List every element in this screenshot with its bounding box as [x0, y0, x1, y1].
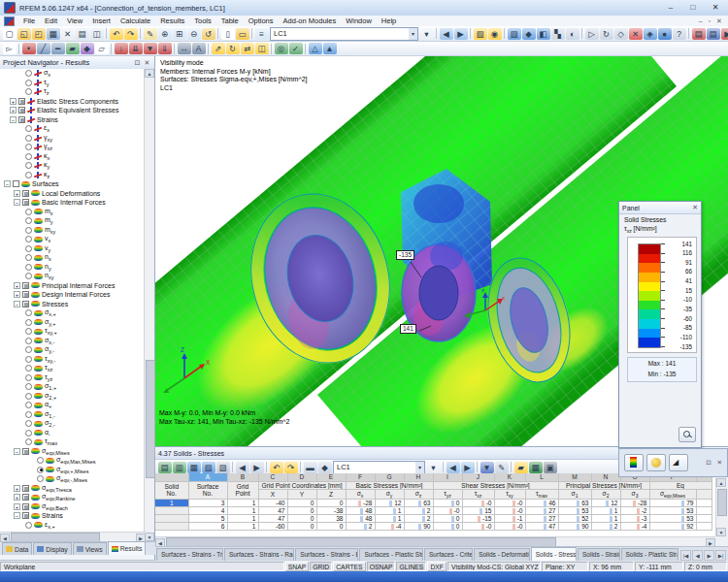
- show-panel-icon[interactable]: ◧: [537, 28, 550, 40]
- table-tab-surfaces-criteria[interactable]: Surfaces - Criteria: [424, 548, 473, 561]
- check-model-icon[interactable]: ✓: [289, 43, 303, 54]
- menu-results[interactable]: Results: [155, 16, 189, 25]
- navigator-tab-results[interactable]: Results: [108, 541, 147, 555]
- tree-item-strains[interactable]: −Strains: [0, 511, 146, 521]
- cell[interactable]: 52: [558, 514, 591, 522]
- previous-load-case-icon[interactable]: ◀: [440, 28, 453, 40]
- checkbox[interactable]: [13, 180, 19, 187]
- minimize-button[interactable]: –: [661, 2, 680, 14]
- new-file-icon[interactable]: ▢: [3, 28, 17, 40]
- table-row[interactable]: 41470-384812-015-027531-253: [155, 506, 711, 514]
- quick-print-icon[interactable]: ▶: [721, 28, 728, 40]
- table-excel-icon[interactable]: ▦: [529, 462, 543, 473]
- checkbox[interactable]: [22, 503, 29, 510]
- cell[interactable]: 0: [433, 514, 462, 522]
- radio-button[interactable]: [25, 254, 32, 261]
- tree-item-n-x[interactable]: nx: [0, 253, 146, 263]
- open-folder-icon[interactable]: ◱: [17, 28, 31, 40]
- radio-button[interactable]: [25, 70, 32, 77]
- full-model-icon[interactable]: ●: [658, 28, 672, 40]
- radio-button[interactable]: [25, 245, 32, 252]
- table-tab-solids-strains[interactable]: Solids - Strains: [578, 548, 619, 561]
- tree-item-eqv-tresca[interactable]: +σeqv,Tresca: [0, 484, 146, 494]
- tree-item-xz[interactable]: τxz: [0, 364, 146, 373]
- tree-item-z[interactable]: τz: [0, 87, 146, 97]
- menu-tools[interactable]: Tools: [189, 16, 216, 25]
- radio-button[interactable]: [25, 356, 32, 363]
- table-views-icon[interactable]: ▦: [187, 462, 201, 473]
- tree-item-principal-internal-forces[interactable]: +Principal Internal Forces: [0, 281, 146, 291]
- table-load-case-combobox[interactable]: LC1 ▾: [333, 461, 425, 474]
- tree-item-x[interactable]: εx,+: [0, 521, 146, 531]
- table-tab-nav-button[interactable]: ▶: [704, 550, 714, 561]
- navigator-tab-display[interactable]: Display: [33, 542, 71, 555]
- visibility-mode-icon[interactable]: ◉: [488, 28, 502, 40]
- tree-item-x[interactable]: εx: [0, 124, 146, 134]
- toggle-tables-icon[interactable]: ▭: [236, 28, 249, 40]
- tree-item-max[interactable]: τmax: [0, 437, 146, 447]
- menu-options[interactable]: Options: [244, 16, 279, 25]
- cell[interactable]: 48: [346, 514, 375, 522]
- zoom-out-icon[interactable]: ⊖: [187, 28, 201, 40]
- cell[interactable]: 53: [649, 506, 696, 514]
- tree-item-y[interactable]: κy: [0, 161, 146, 171]
- expander-icon[interactable]: +: [14, 190, 20, 197]
- cell[interactable]: -60: [258, 522, 287, 530]
- cell[interactable]: 0: [287, 522, 316, 530]
- cell[interactable]: 0: [316, 499, 346, 506]
- tree-item-elastic-stress-components[interactable]: +Elastic Stress Components: [0, 97, 146, 107]
- column-letter-G[interactable]: G: [375, 473, 404, 481]
- chevron-down-icon[interactable]: ▾: [415, 462, 424, 473]
- radio-button[interactable]: [25, 227, 32, 234]
- table-edit-mode-icon[interactable]: ✎: [495, 462, 509, 473]
- checkbox[interactable]: [22, 291, 29, 298]
- cell[interactable]: 12: [591, 499, 620, 506]
- expander-icon[interactable]: −: [14, 512, 20, 519]
- table-tab-surfaces-strains-rankine[interactable]: Surfaces - Strains - Rankine: [224, 548, 294, 561]
- cell[interactable]: 79: [649, 499, 696, 506]
- expander-icon[interactable]: −: [10, 116, 17, 123]
- tree-item-m-xy[interactable]: mxy: [0, 226, 146, 236]
- tree-item-m-x[interactable]: mx: [0, 208, 146, 217]
- table-display-icon[interactable]: ▬: [304, 462, 317, 473]
- table-find-icon[interactable]: ▼: [480, 462, 494, 473]
- cell[interactable]: 1: [227, 499, 258, 506]
- checkbox[interactable]: [18, 116, 25, 123]
- table-ole-icon[interactable]: ▣: [544, 462, 557, 473]
- select-mode-icon[interactable]: ▷: [585, 28, 599, 40]
- tree-item-strains[interactable]: −Strains: [0, 115, 146, 125]
- tree-item-2[interactable]: σ2,-: [0, 419, 146, 429]
- radio-button[interactable]: [25, 411, 32, 418]
- cell[interactable]: -4: [375, 522, 404, 530]
- show-results-icon[interactable]: ▨: [508, 28, 521, 40]
- menu-calculate[interactable]: Calculate: [116, 16, 155, 25]
- combo-drop-icon[interactable]: ▾: [420, 28, 434, 40]
- tree-item-v-x[interactable]: vx: [0, 235, 146, 244]
- expander-icon[interactable]: +: [14, 282, 20, 289]
- cell[interactable]: -2: [620, 506, 649, 514]
- tree-item-local-deformations[interactable]: +Local Deformations: [0, 189, 146, 199]
- render-wireframe-icon[interactable]: ▚: [551, 28, 565, 40]
- cell[interactable]: 1: [591, 506, 620, 514]
- radio-button[interactable]: [25, 125, 32, 132]
- table-filter-rows-icon[interactable]: ▨: [216, 462, 230, 473]
- radio-button[interactable]: [25, 438, 32, 445]
- column-letter-D[interactable]: D: [287, 473, 316, 481]
- table-vertical-scrollbar[interactable]: ▲ ▼: [715, 478, 727, 536]
- save-icon[interactable]: ▦: [47, 28, 60, 40]
- move-copy-icon[interactable]: ⇗: [212, 43, 225, 54]
- next-load-case-icon[interactable]: ▶: [454, 28, 468, 40]
- redo-icon[interactable]: ↷: [124, 28, 138, 40]
- column-letter-L[interactable]: L: [525, 473, 558, 481]
- expander-icon[interactable]: +: [14, 494, 20, 501]
- cell[interactable]: 15: [462, 506, 494, 514]
- tree-item-basic-internal-forces[interactable]: −Basic Internal Forces: [0, 198, 146, 208]
- tree-item-x[interactable]: κx: [0, 152, 146, 162]
- radio-button[interactable]: [37, 467, 44, 473]
- radio-button[interactable]: [25, 338, 32, 344]
- radio-button[interactable]: [25, 80, 32, 86]
- menu-window[interactable]: Window: [341, 16, 377, 25]
- tree-item-eqv-mises[interactable]: −σeqv,Mises: [0, 447, 146, 457]
- cell[interactable]: -0: [494, 506, 525, 514]
- close-icon[interactable]: ✕: [692, 204, 698, 211]
